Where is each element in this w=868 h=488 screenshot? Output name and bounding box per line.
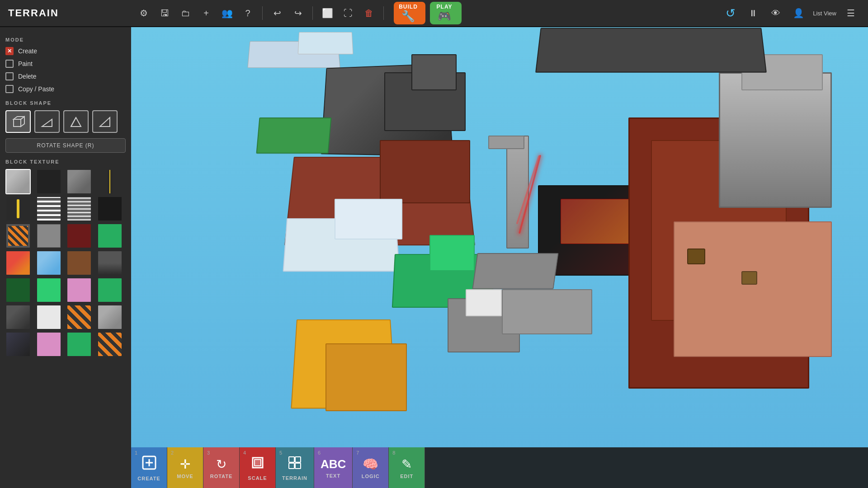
tool-edit-label: EDIT xyxy=(400,474,413,479)
tool-move[interactable]: 2 ✛ MOVE xyxy=(167,447,203,488)
texture-green[interactable] xyxy=(97,223,123,249)
texture-orange-warn[interactable] xyxy=(5,223,31,249)
tool-scale-label: SCALE xyxy=(248,475,267,481)
settings-icon[interactable]: ⚙ xyxy=(136,5,152,21)
texture-grid xyxy=(5,169,126,357)
pause-icon[interactable]: ⏸ xyxy=(745,5,761,21)
texture-white-lines[interactable] xyxy=(36,196,61,221)
texture-stone-light[interactable] xyxy=(97,305,123,330)
team-icon[interactable]: 👥 xyxy=(219,5,235,21)
texture-brown[interactable] xyxy=(66,250,92,276)
mode-create[interactable]: ✕ Create xyxy=(5,47,126,55)
shape-slope-button[interactable] xyxy=(34,110,60,133)
tool-rotate-label: ROTATE xyxy=(210,474,233,479)
list-view-icon[interactable]: ☰ xyxy=(843,5,859,21)
mode-section-label: MODE xyxy=(5,37,126,42)
svg-rect-11 xyxy=(255,460,261,466)
build-label: BUILD xyxy=(399,4,418,10)
profile-icon[interactable]: 👤 xyxy=(790,5,807,21)
tool-terrain[interactable]: 5 TERRAIN xyxy=(276,447,314,488)
tool-edit-num: 8 xyxy=(392,450,395,455)
texture-lava[interactable] xyxy=(5,250,31,276)
trash-icon[interactable]: 🗑 xyxy=(361,5,377,21)
refresh-icon[interactable]: ↺ xyxy=(722,5,739,21)
texture-gray-light[interactable] xyxy=(5,169,31,194)
block-shapes xyxy=(5,110,126,133)
tool-logic-label: LOGIC xyxy=(362,474,380,479)
save-icon[interactable]: 🖫 xyxy=(156,5,173,21)
shape-wedge-button[interactable] xyxy=(63,110,89,133)
texture-stone-dark[interactable] xyxy=(5,305,31,330)
texture-mountain[interactable] xyxy=(97,250,123,276)
svg-marker-6 xyxy=(100,117,110,127)
texture-pink2[interactable] xyxy=(36,332,61,357)
tool-scale-icon xyxy=(250,455,265,474)
shape-corner-button[interactable] xyxy=(92,110,118,133)
mode-paint[interactable]: Paint xyxy=(5,60,126,68)
block-texture-section-label: BLOCK TEXTURE xyxy=(5,159,126,164)
undo-icon[interactable]: ↩ xyxy=(269,5,285,21)
texture-dark-red[interactable] xyxy=(66,223,92,249)
build-button[interactable]: BUILD 🔧 xyxy=(394,2,425,24)
texture-dark-green[interactable] xyxy=(5,277,31,303)
texture-striped-warn[interactable] xyxy=(66,305,92,330)
svg-marker-4 xyxy=(71,117,81,127)
texture-dark-stone[interactable] xyxy=(5,332,31,357)
add-icon[interactable]: + xyxy=(198,5,214,21)
tool-logic-num: 7 xyxy=(356,450,359,455)
texture-snow[interactable] xyxy=(36,305,61,330)
svg-rect-13 xyxy=(295,457,301,462)
tool-create[interactable]: 1 CREATE xyxy=(131,447,167,488)
tool-move-icon: ✛ xyxy=(180,457,190,472)
block-shape-section-label: BLOCK SHAPE xyxy=(5,100,126,106)
rotate-shape-button[interactable]: ROTATE SHAPE (R) xyxy=(5,138,126,153)
help-icon[interactable]: ? xyxy=(240,5,256,21)
play-button[interactable]: PLAY 🎮 xyxy=(430,2,462,24)
mode-delete-label: Delete xyxy=(18,73,36,80)
mode-copy-paste[interactable]: Copy / Paste xyxy=(5,85,126,93)
mode-copy-paste-label: Copy / Paste xyxy=(18,85,54,93)
mode-paint-checkbox[interactable] xyxy=(5,60,14,68)
sidebar: MODE ✕ Create Paint Delete Copy / Paste … xyxy=(0,27,131,488)
mode-delete[interactable]: Delete xyxy=(5,72,126,80)
top-bar: TERRAIN ⚙ 🖫 🗀 + 👥 ? ↩ ↪ ⬜ ⛶ 🗑 BUILD 🔧 PL… xyxy=(0,0,868,27)
texture-pink[interactable] xyxy=(66,277,92,303)
svg-line-5 xyxy=(71,117,76,127)
mode-delete-checkbox[interactable] xyxy=(5,72,14,80)
shape-cube-button[interactable] xyxy=(5,110,31,133)
texture-dark[interactable] xyxy=(36,169,61,194)
redo-icon[interactable]: ↪ xyxy=(290,5,306,21)
tool-edit[interactable]: 8 ✎ EDIT xyxy=(389,447,425,488)
mode-create-checkbox[interactable]: ✕ xyxy=(5,47,14,55)
folder-icon[interactable]: 🗀 xyxy=(177,5,193,21)
texture-horizontal-lines[interactable] xyxy=(66,196,92,221)
texture-dark2[interactable] xyxy=(97,196,123,221)
texture-tall-bar[interactable] xyxy=(5,196,31,221)
tool-rotate[interactable]: 3 ↻ ROTATE xyxy=(203,447,240,488)
texture-striped-warn2[interactable] xyxy=(97,332,123,357)
play-icon: 🎮 xyxy=(438,10,451,23)
build-icon: 🔧 xyxy=(401,10,415,23)
copy-view-icon[interactable]: ⬜ xyxy=(319,5,335,21)
texture-green4[interactable] xyxy=(66,332,92,357)
texture-cobble[interactable] xyxy=(36,223,61,249)
texture-gray-med[interactable] xyxy=(66,169,92,194)
resize-icon[interactable]: ⛶ xyxy=(340,5,356,21)
tool-scale[interactable]: 4 SCALE xyxy=(240,447,276,488)
svg-rect-0 xyxy=(14,119,21,127)
tool-text-icon: ABC xyxy=(321,457,346,471)
tool-create-label: CREATE xyxy=(137,476,160,481)
viewport[interactable] xyxy=(131,27,868,488)
tool-text[interactable]: 6 ABC TEXT xyxy=(314,447,353,488)
texture-yellow-stripe[interactable] xyxy=(97,169,123,194)
mode-copy-paste-checkbox[interactable] xyxy=(5,85,14,93)
bottom-toolbar: 1 CREATE 2 ✛ MOVE 3 ↻ ROTATE 4 SCALE 5 T… xyxy=(131,447,868,488)
tool-edit-icon: ✎ xyxy=(401,457,412,472)
texture-green3[interactable] xyxy=(97,277,123,303)
eye-icon[interactable]: 👁 xyxy=(768,5,784,21)
svg-marker-2 xyxy=(21,117,24,127)
texture-ice[interactable] xyxy=(36,250,61,276)
texture-green2[interactable] xyxy=(36,277,61,303)
tool-logic[interactable]: 7 🧠 LOGIC xyxy=(353,447,389,488)
svg-rect-14 xyxy=(289,463,294,469)
